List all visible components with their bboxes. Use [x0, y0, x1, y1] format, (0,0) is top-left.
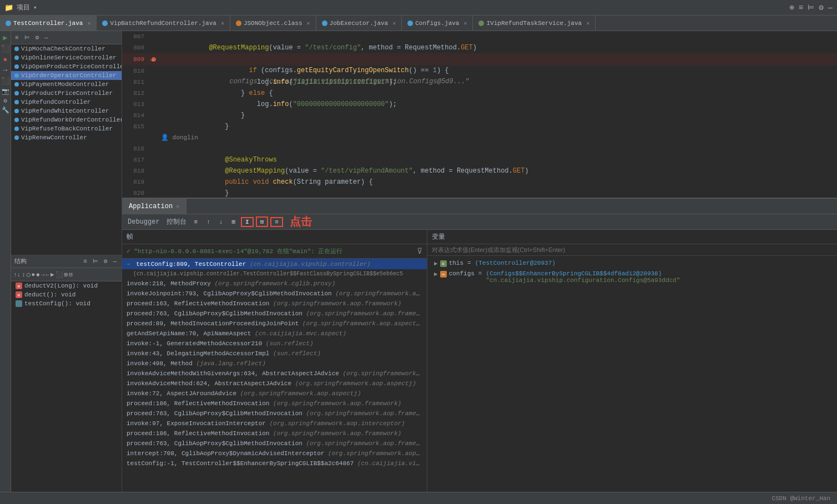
- structure-filter-icon[interactable]: ⊨: [91, 257, 100, 265]
- frame-item-testconfig-detail[interactable]: (cn.caijiajia.vipship.controller.TestCon…: [122, 269, 427, 279]
- grid-btn[interactable]: ⊞: [228, 217, 239, 226]
- frame-item-16[interactable]: proceed:186, ReflectiveMethodInvocation …: [122, 429, 427, 439]
- breakpoint-icon[interactable]: ●: [3, 56, 8, 64]
- diamond-icon[interactable]: ◆: [36, 271, 40, 278]
- gear-icon[interactable]: ⚙: [819, 3, 823, 12]
- frame-item-4[interactable]: proceed:763, CglibAopProxy$CglibMethodIn…: [122, 309, 427, 319]
- frame-item-7[interactable]: invoke:-1, GeneratedMethodAccessor210 (s…: [122, 339, 427, 349]
- frame-item-10[interactable]: invokeAdviceMethodWithGivenArgs:634, Abs…: [122, 369, 427, 379]
- list-icon[interactable]: ≡: [799, 3, 803, 12]
- filter-icon-thread[interactable]: ⊽: [417, 246, 422, 256]
- minus-icon[interactable]: —: [828, 3, 833, 12]
- frame-item-8[interactable]: invoke:43, DelegatingMethodAccessorImpl …: [122, 349, 427, 359]
- structure-close-icon[interactable]: —: [111, 258, 118, 265]
- up-btn[interactable]: ↑: [203, 218, 214, 226]
- frame-item-18[interactable]: intercept:708, CglibAopProxy$DynamicAdvi…: [122, 448, 427, 458]
- structure-sort-icon[interactable]: ≡: [82, 258, 89, 265]
- filter-icon[interactable]: ⊨: [23, 33, 32, 42]
- outlined-btn-2[interactable]: ⊞: [256, 216, 269, 227]
- tab-close-3[interactable]: ✕: [307, 20, 310, 27]
- list-btn[interactable]: ≡: [191, 218, 201, 226]
- tab-close-5[interactable]: ✕: [463, 20, 467, 27]
- frame-item-15[interactable]: invoke:97, ExposeInvocationInterceptor (…: [122, 419, 427, 429]
- camera-icon[interactable]: 📷: [2, 88, 9, 95]
- frame-item-testconfig[interactable]: ⇒ testConfig:809, TestController (cn.cai…: [122, 259, 427, 269]
- gear-icon-left[interactable]: ⚙: [34, 33, 41, 42]
- tab-iviprefund[interactable]: IVipRefundTaskService.java ✕: [473, 16, 596, 31]
- class-item-viprefundwork[interactable]: VipRefundWorkOrderController: [11, 115, 122, 124]
- project-icon: 📁: [4, 3, 13, 12]
- tab-testcontroller[interactable]: TestController.java ✕: [0, 16, 97, 31]
- frame-item-14[interactable]: proceed:763, CglibAopProxy$CglibMethodIn…: [122, 409, 427, 419]
- class-item-viprenew[interactable]: VipRenewController: [11, 133, 122, 142]
- frame-item-11[interactable]: invokeAdviceMethod:624, AbstractAspectJA…: [122, 379, 427, 389]
- build-icon[interactable]: ⬛: [1, 77, 10, 85]
- frame-item-6[interactable]: getAndSetApiName:70, ApiNameAspect (cn.c…: [122, 329, 427, 339]
- stop-icon[interactable]: ⬛: [1, 44, 10, 53]
- tab-close-2[interactable]: ✕: [221, 20, 224, 27]
- tab-configs[interactable]: Configs.java ✕: [402, 16, 473, 31]
- tab-close-4[interactable]: ✕: [392, 20, 396, 27]
- tab-jsonobject[interactable]: JSONObject.class ✕: [230, 16, 316, 31]
- frame-item-9[interactable]: invoke:498, Method (java.lang.reflect): [122, 359, 427, 369]
- method-item-deductv2[interactable]: m deductV2(Long): void: [11, 281, 122, 290]
- var-toggle-this[interactable]: ▶: [434, 260, 438, 267]
- method-item-deduct[interactable]: m deduct(): void: [11, 290, 122, 299]
- play-icon[interactable]: ▶: [3, 33, 8, 42]
- frame-item-1[interactable]: invoke:218, MethodProxy (org.springframe…: [122, 279, 427, 289]
- globe-icon[interactable]: ⊕: [789, 3, 794, 12]
- grid-minus-icon[interactable]: ⊟: [69, 271, 73, 278]
- close-icon-left[interactable]: —: [43, 34, 50, 42]
- var-toggle-configs[interactable]: ▶: [434, 270, 438, 278]
- class-item-viponline[interactable]: VipOnlineServiceController: [11, 53, 122, 62]
- frame-item-19[interactable]: testConfig:-1, TestController$$EnhancerB…: [122, 458, 427, 468]
- sort-icon[interactable]: ≡: [13, 34, 21, 42]
- tab-close-6[interactable]: ✕: [586, 20, 589, 27]
- tab-application[interactable]: Application ✕: [122, 199, 186, 214]
- settings-icon[interactable]: ⚙: [3, 97, 7, 104]
- class-item-viporder[interactable]: VipOrderOperatorController: [11, 71, 122, 80]
- line-num-815: 815: [122, 121, 150, 132]
- frame-text-8: invoke:43, DelegatingMethodAccessorImpl …: [127, 350, 321, 357]
- outlined-btn-1[interactable]: I: [241, 217, 254, 227]
- frame-item-2[interactable]: invokeJoinpoint:793, CglibAopProxy$Cglib…: [122, 289, 427, 299]
- outlined-btn-3[interactable]: ≡: [270, 217, 283, 227]
- class-item-vippayment[interactable]: VipPaymentModeController: [11, 80, 122, 89]
- frame-item-17[interactable]: proceed:763, CglibAopProxy$CglibMethodIn…: [122, 439, 427, 448]
- expr-input[interactable]: [432, 246, 833, 253]
- sort-az-icon[interactable]: ↑↓: [13, 271, 21, 278]
- class-item-viprefuse[interactable]: VipRefuseToBackController: [11, 124, 122, 133]
- console-label[interactable]: 控制台: [167, 217, 186, 226]
- class-item-viprefund[interactable]: VipRefundController: [11, 98, 122, 107]
- arrow-left-icon[interactable]: ←: [46, 271, 49, 278]
- frame-item-3[interactable]: proceed:163, ReflectiveMethodInvocation …: [122, 299, 427, 309]
- class-item-vipproduct[interactable]: VipProductPriceController: [11, 89, 122, 98]
- play-icon2[interactable]: ▶: [51, 271, 54, 278]
- tab-vipbatchrefund[interactable]: VipBatchRefundController.java ✕: [97, 16, 230, 31]
- grid-icon[interactable]: ⊨: [808, 3, 814, 12]
- class-item-vipmocha[interactable]: VipMochaCheckController: [11, 44, 122, 53]
- method-toolbar: ↑↓ ↕ ◯ ● ◆ → ← ▶ ⬛ ⊞ ⊟: [11, 268, 122, 281]
- frame-item-13[interactable]: proceed:186, ReflectiveMethodInvocation …: [122, 399, 427, 409]
- wrench-icon[interactable]: 🔧: [2, 107, 9, 114]
- app-tab-close[interactable]: ✕: [176, 203, 179, 210]
- grid-plus-icon[interactable]: ⊞: [64, 271, 68, 278]
- code-line-815: 815: [122, 121, 837, 132]
- square-icon[interactable]: ⬛: [56, 271, 63, 278]
- frame-item-5[interactable]: proceed:89, MethodInvocationProceedingJo…: [122, 319, 427, 329]
- step-icon[interactable]: →: [3, 66, 8, 74]
- down-btn[interactable]: ↓: [216, 218, 226, 226]
- class-item-viprefundwhite[interactable]: VipRefundWhiteController: [11, 107, 122, 115]
- tab-jobexecutor[interactable]: JobExecutor.java ✕: [316, 16, 402, 31]
- frame-item-12[interactable]: invoke:72, AspectJAroundAdvice (org.spri…: [122, 389, 427, 399]
- circle-icon[interactable]: ◯: [27, 271, 31, 278]
- tab-close-1[interactable]: ✕: [87, 20, 90, 27]
- arrow-right-icon[interactable]: →: [41, 271, 45, 278]
- class-item-vipopen[interactable]: VipOpenProductPriceController: [11, 62, 122, 71]
- dropdown-icon[interactable]: ▾: [33, 4, 37, 11]
- structure-gear-icon[interactable]: ⚙: [102, 257, 109, 265]
- var-name-configs: configs: [449, 270, 475, 277]
- method-item-testconfig[interactable]: testConfig(): void: [11, 299, 122, 308]
- sort-icon2[interactable]: ↕: [22, 271, 26, 278]
- dot-icon[interactable]: ●: [31, 271, 35, 278]
